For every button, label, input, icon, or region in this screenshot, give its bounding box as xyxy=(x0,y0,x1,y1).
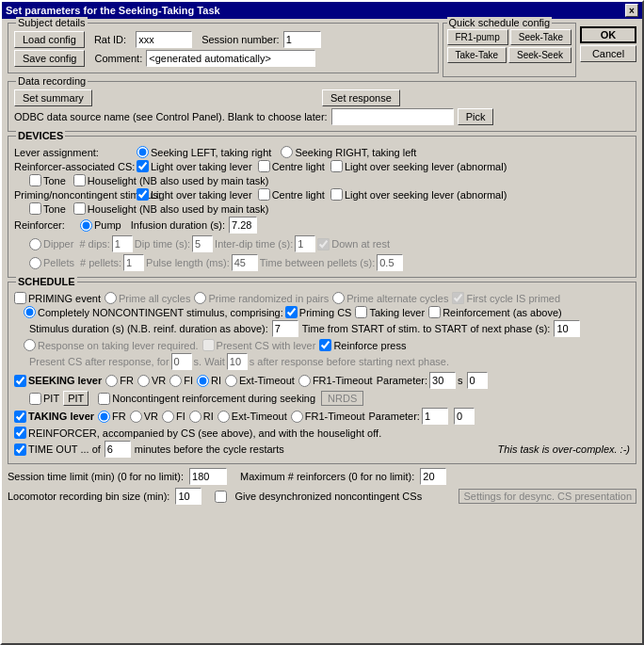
priming-centre-check[interactable] xyxy=(258,188,270,201)
set-summary-button[interactable]: Set summary xyxy=(14,89,92,106)
centre-light-check[interactable] xyxy=(258,160,270,172)
stim-duration-input[interactable] xyxy=(272,320,298,337)
priming-light-taking-check[interactable] xyxy=(137,188,149,201)
prime-alternate-radio[interactable] xyxy=(332,292,345,304)
present-cs-check[interactable] xyxy=(202,339,215,351)
reinforcer-sched-label: REINFORCER, accompanied by CS (see above… xyxy=(28,427,381,439)
light-seeking-check[interactable] xyxy=(330,160,343,172)
timeout-input[interactable] xyxy=(105,441,131,458)
take-take-button[interactable]: Take-Take xyxy=(447,47,507,63)
pump-label: Pump xyxy=(94,219,121,231)
seeking-vr-radio[interactable] xyxy=(137,375,150,387)
seeking-ri-radio[interactable] xyxy=(197,375,209,387)
reinforce-press-check[interactable] xyxy=(319,339,331,351)
timeout-check[interactable] xyxy=(14,443,26,456)
set-response-button[interactable]: Set response xyxy=(322,89,400,106)
reinforcer-cs-label: Reinforcer-associated CS: xyxy=(14,161,137,172)
taking-ri-radio[interactable] xyxy=(189,411,201,423)
pulse-input[interactable] xyxy=(232,254,258,271)
first-cycle-check[interactable] xyxy=(452,292,464,304)
taking-check[interactable] xyxy=(14,411,26,423)
reinforcer-sched-check[interactable] xyxy=(14,427,26,439)
taking-param2-input[interactable] xyxy=(454,408,475,425)
first-cycle-label: First cycle IS primed xyxy=(466,293,560,304)
seeking-fr-radio[interactable] xyxy=(105,375,118,387)
down-at-rest-label: Down at rest xyxy=(331,238,390,250)
locomotor-input[interactable] xyxy=(175,488,201,505)
save-config-button[interactable]: Save config xyxy=(14,50,85,67)
priming-houselight-check[interactable] xyxy=(73,202,86,215)
reinforcement-check[interactable] xyxy=(428,306,441,318)
ok-button[interactable]: OK xyxy=(580,26,636,43)
cancel-button[interactable]: Cancel xyxy=(580,45,636,62)
noncontingent-seeking-check[interactable] xyxy=(98,393,110,405)
between-input[interactable] xyxy=(377,254,403,271)
response-radio[interactable] xyxy=(24,339,36,351)
dipper-radio[interactable] xyxy=(29,238,41,250)
num-pellets-label: # pellets: xyxy=(80,257,121,268)
rat-id-input[interactable] xyxy=(136,31,192,48)
lever-right-radio[interactable] xyxy=(281,146,293,158)
prime-all-radio[interactable] xyxy=(105,292,117,304)
taking-lever-check[interactable] xyxy=(355,306,367,318)
inter-dip-input[interactable] xyxy=(295,235,315,252)
session-time-input[interactable] xyxy=(189,468,227,485)
prime-random-radio[interactable] xyxy=(194,292,206,304)
priming-event-check[interactable] xyxy=(14,292,26,304)
taking-vr-radio[interactable] xyxy=(130,411,142,423)
taking-ri-label: RI xyxy=(203,411,214,422)
max-reinforcers-input[interactable] xyxy=(420,468,446,485)
priming-light-taking-label: Light over taking lever xyxy=(151,189,252,201)
priming-tone-check[interactable] xyxy=(29,202,41,215)
dip-time-label: Dip time (s): xyxy=(135,238,190,250)
num-pellets-input[interactable] xyxy=(123,254,144,271)
pellets-radio[interactable] xyxy=(29,257,41,269)
taking-fi-radio[interactable] xyxy=(162,411,174,423)
session-input[interactable] xyxy=(283,31,321,48)
seeking-fi-radio[interactable] xyxy=(169,375,182,387)
comment-input[interactable] xyxy=(146,50,315,67)
taking-fr1-label: FR1-Timeout xyxy=(305,411,365,422)
taking-fr-radio[interactable] xyxy=(98,411,110,423)
pit-check[interactable] xyxy=(29,393,41,405)
seek-seek-button[interactable]: Seek-Seek xyxy=(508,47,572,63)
seeking-param2-input[interactable] xyxy=(467,372,488,389)
time-from-start-input[interactable] xyxy=(554,320,580,337)
light-taking-check[interactable] xyxy=(137,160,149,172)
taking-param-input[interactable] xyxy=(422,408,448,425)
load-config-button[interactable]: Load config xyxy=(14,31,85,48)
close-button[interactable]: × xyxy=(625,4,638,17)
dips-input[interactable] xyxy=(112,235,133,252)
lever-left-radio[interactable] xyxy=(137,146,149,158)
seeking-fr1-radio[interactable] xyxy=(298,375,311,387)
wait-input[interactable] xyxy=(227,353,248,370)
taking-fr1-radio[interactable] xyxy=(291,411,303,423)
odbc-input[interactable] xyxy=(331,108,454,125)
present-cs-after-input[interactable] xyxy=(171,353,192,370)
response-label: Response on taking lever required. xyxy=(38,340,199,351)
desync-check[interactable] xyxy=(215,491,227,503)
seek-take-button[interactable]: Seek-Take xyxy=(510,29,572,45)
houselight-label: Houselight (NB also used by main task) xyxy=(88,175,269,186)
desync-button[interactable]: Settings for desync. CS presentation xyxy=(459,489,636,504)
seeking-label: SEEKING lever xyxy=(28,375,102,386)
priming-light-seeking-check[interactable] xyxy=(330,188,343,201)
present-cs-after-label: Present CS after response, for xyxy=(29,356,169,367)
seeking-param-input[interactable] xyxy=(429,372,456,389)
taking-ext-radio[interactable] xyxy=(217,411,230,423)
tone-check[interactable] xyxy=(29,174,41,186)
seeking-ext-radio[interactable] xyxy=(225,375,237,387)
pick-button[interactable]: Pick xyxy=(458,108,494,125)
noncontingent-radio[interactable] xyxy=(24,306,36,318)
seeking-check[interactable] xyxy=(14,375,26,387)
dip-time-input[interactable] xyxy=(192,235,213,252)
pit-button[interactable]: PIT xyxy=(63,391,89,406)
fr1-pump-button[interactable]: FR1-pump xyxy=(447,29,508,45)
pump-radio[interactable] xyxy=(80,219,92,232)
down-at-rest-check[interactable] xyxy=(317,238,330,250)
comment-label: Comment: xyxy=(94,53,142,64)
infusion-input[interactable] xyxy=(229,217,257,234)
houselight-check[interactable] xyxy=(73,174,86,186)
prime-random-label: Prime randomized in pairs xyxy=(208,293,329,304)
priming-cs-check[interactable] xyxy=(285,306,298,318)
